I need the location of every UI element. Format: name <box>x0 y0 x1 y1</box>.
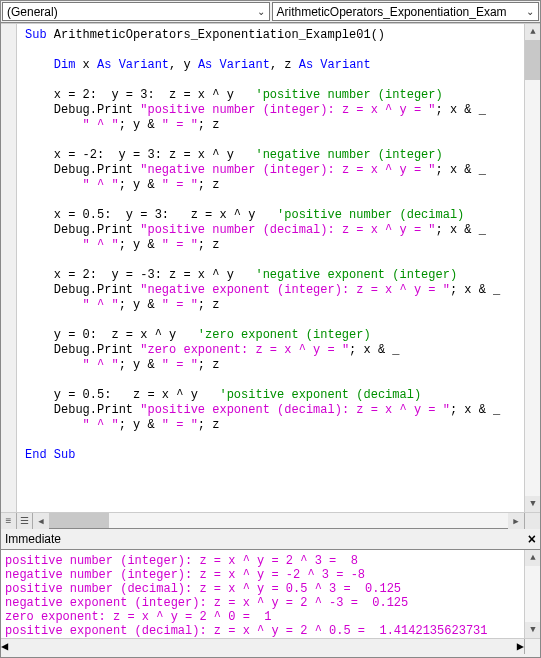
scroll-thumb[interactable] <box>525 40 540 80</box>
kw-sub: Sub <box>25 28 47 42</box>
immediate-pane: Immediate × positive number (integer): z… <box>1 528 540 654</box>
scroll-down-icon[interactable]: ▼ <box>525 496 540 512</box>
scroll-left-icon[interactable]: ◀ <box>33 513 49 529</box>
sub-name: ArithmeticOperators_Exponentiation_Examp… <box>54 28 371 42</box>
declarations-bar: (General) ⌄ ArithmeticOperators_Exponent… <box>1 1 540 23</box>
scroll-left-icon[interactable]: ◀ <box>1 639 8 654</box>
object-dropdown-text: (General) <box>7 5 58 19</box>
scroll-up-icon[interactable]: ▲ <box>525 24 540 40</box>
scroll-up-icon[interactable]: ▲ <box>525 550 541 566</box>
scroll-track[interactable] <box>525 80 540 496</box>
code-editor[interactable]: Sub ArithmeticOperators_Exponentiation_E… <box>17 24 524 512</box>
immediate-output[interactable]: positive number (integer): z = x ^ y = 2… <box>1 550 524 638</box>
immediate-hscrollbar[interactable]: ◀ ▶ <box>1 638 540 654</box>
scroll-thumb[interactable] <box>49 513 109 528</box>
code-hscrollbar[interactable]: ≡ ☰ ◀ ▶ <box>1 512 540 528</box>
scroll-track[interactable] <box>109 513 508 528</box>
kw-dim: Dim <box>54 58 76 72</box>
procedure-dropdown[interactable]: ArithmeticOperators_Exponentiation_Exam … <box>272 2 540 21</box>
immediate-vscrollbar[interactable]: ▲ ▼ <box>524 550 540 638</box>
scroll-track[interactable] <box>8 639 517 654</box>
immediate-titlebar[interactable]: Immediate × <box>1 529 540 550</box>
output-line: zero exponent: z = x ^ y = 2 ^ 0 = 1 <box>5 610 271 624</box>
object-dropdown[interactable]: (General) ⌄ <box>2 2 270 21</box>
breakpoint-margin[interactable] <box>1 24 17 512</box>
code-pane: Sub ArithmeticOperators_Exponentiation_E… <box>1 23 540 528</box>
scroll-right-icon[interactable]: ▶ <box>508 513 524 529</box>
sub-parens: () <box>371 28 385 42</box>
scroll-corner <box>524 513 540 529</box>
output-line: positive number (decimal): z = x ^ y = 0… <box>5 582 401 596</box>
close-icon[interactable]: × <box>528 531 536 547</box>
kw-end-sub: End Sub <box>25 448 75 462</box>
output-line: negative exponent (integer): z = x ^ y =… <box>5 596 408 610</box>
scroll-right-icon[interactable]: ▶ <box>517 639 524 654</box>
procedure-view-icon[interactable]: ≡ <box>1 513 17 529</box>
chevron-down-icon: ⌄ <box>526 6 534 17</box>
scroll-corner <box>524 639 540 654</box>
scroll-track[interactable] <box>525 566 540 622</box>
procedure-dropdown-text: ArithmeticOperators_Exponentiation_Exam <box>277 5 507 19</box>
immediate-title: Immediate <box>5 532 61 546</box>
code-vscrollbar[interactable]: ▲ ▼ <box>524 24 540 512</box>
output-line: negative number (integer): z = x ^ y = -… <box>5 568 365 582</box>
scroll-down-icon[interactable]: ▼ <box>525 622 541 638</box>
output-line: positive exponent (decimal): z = x ^ y =… <box>5 624 487 638</box>
output-line: positive number (integer): z = x ^ y = 2… <box>5 554 358 568</box>
full-module-view-icon[interactable]: ☰ <box>17 513 33 529</box>
chevron-down-icon: ⌄ <box>257 6 265 17</box>
